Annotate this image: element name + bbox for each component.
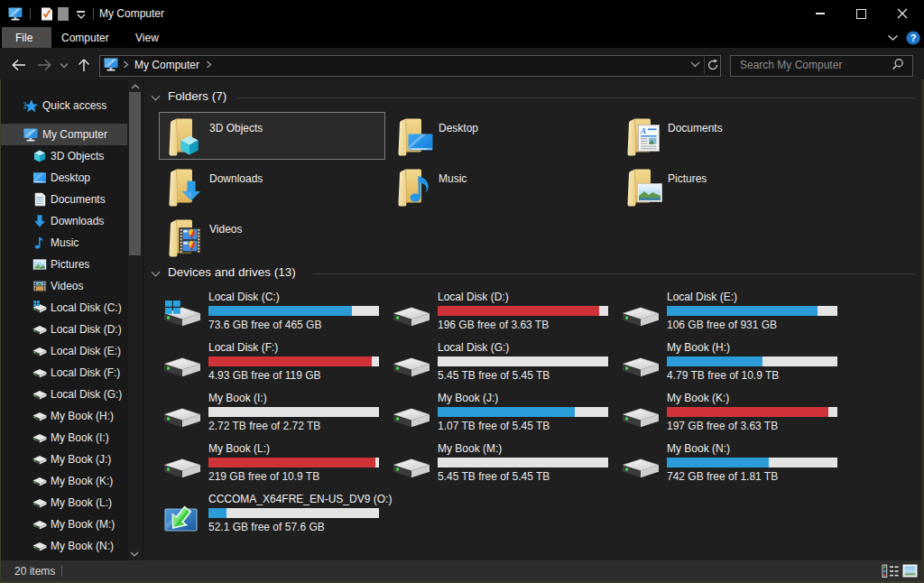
svg-text:?: ? — [910, 32, 917, 43]
svg-text:A: A — [640, 126, 646, 135]
